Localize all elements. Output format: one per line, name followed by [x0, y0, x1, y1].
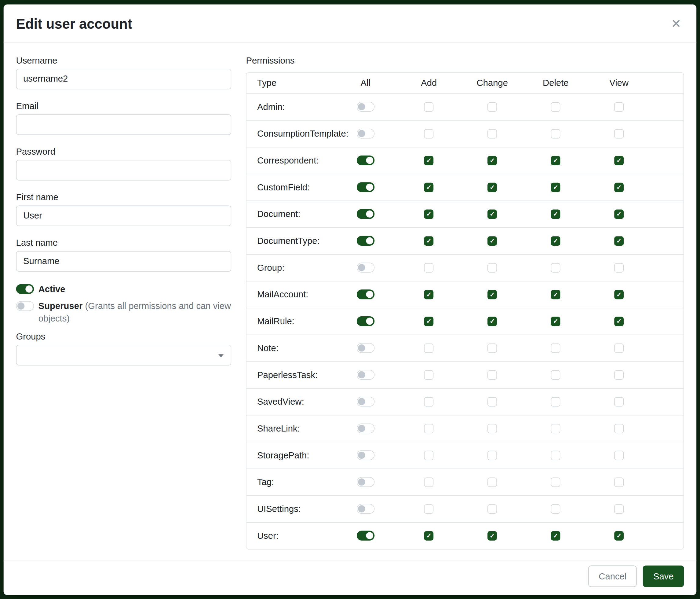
permission-delete-checkbox[interactable]: ✓: [551, 236, 560, 246]
permission-change-checkbox[interactable]: ✓: [488, 156, 497, 165]
permission-change-checkbox[interactable]: ✓: [488, 343, 497, 353]
permission-all-toggle[interactable]: [357, 397, 374, 406]
permission-delete-checkbox[interactable]: ✓: [551, 370, 560, 380]
permission-change-checkbox[interactable]: ✓: [488, 397, 497, 406]
permission-add-checkbox[interactable]: ✓: [424, 504, 434, 514]
permission-add-checkbox[interactable]: ✓: [424, 129, 434, 139]
permission-view-checkbox[interactable]: ✓: [614, 102, 624, 112]
permission-add-checkbox[interactable]: ✓: [424, 451, 434, 460]
permission-delete-checkbox[interactable]: ✓: [551, 156, 560, 165]
permission-all-toggle[interactable]: [357, 102, 374, 112]
permission-view-checkbox[interactable]: ✓: [614, 424, 624, 433]
permission-change-checkbox[interactable]: ✓: [488, 102, 497, 112]
permission-add-checkbox[interactable]: ✓: [424, 531, 434, 540]
permission-delete-checkbox[interactable]: ✓: [551, 451, 560, 460]
permission-all-toggle[interactable]: [357, 183, 374, 192]
permission-delete-checkbox[interactable]: ✓: [551, 504, 560, 514]
permission-change-checkbox[interactable]: ✓: [488, 477, 497, 487]
permission-type-label: Group:: [247, 263, 334, 273]
permission-delete-checkbox[interactable]: ✓: [551, 209, 560, 219]
active-toggle-row: Active: [16, 283, 231, 295]
username-input[interactable]: [16, 69, 231, 89]
permission-all-toggle[interactable]: [357, 129, 374, 139]
permission-change-checkbox[interactable]: ✓: [488, 263, 497, 272]
permission-delete-checkbox[interactable]: ✓: [551, 183, 560, 192]
superuser-toggle[interactable]: [16, 301, 34, 311]
permission-delete-checkbox[interactable]: ✓: [551, 477, 560, 487]
permission-change-checkbox[interactable]: ✓: [488, 317, 497, 326]
permission-delete-checkbox[interactable]: ✓: [551, 102, 560, 112]
permission-change-checkbox[interactable]: ✓: [488, 129, 497, 139]
permission-view-checkbox[interactable]: ✓: [614, 504, 624, 514]
permission-delete-checkbox[interactable]: ✓: [551, 424, 560, 433]
permission-add-checkbox[interactable]: ✓: [424, 370, 434, 380]
permission-add-checkbox[interactable]: ✓: [424, 263, 434, 272]
permissions-section: Permissions Type All Add Change Delete V…: [246, 55, 684, 548]
permission-view-checkbox[interactable]: ✓: [614, 531, 624, 540]
permission-delete-checkbox[interactable]: ✓: [551, 397, 560, 406]
permission-view-checkbox[interactable]: ✓: [614, 343, 624, 353]
permission-add-checkbox[interactable]: ✓: [424, 424, 434, 433]
email-input[interactable]: [16, 114, 231, 135]
permission-view-checkbox[interactable]: ✓: [614, 477, 624, 487]
permission-view-checkbox[interactable]: ✓: [614, 236, 624, 246]
groups-select[interactable]: [16, 345, 231, 365]
permission-add-checkbox[interactable]: ✓: [424, 397, 434, 406]
permission-add-checkbox[interactable]: ✓: [424, 317, 434, 326]
permission-delete-checkbox[interactable]: ✓: [551, 129, 560, 139]
permission-all-toggle[interactable]: [357, 155, 374, 165]
permission-view-checkbox[interactable]: ✓: [614, 317, 624, 326]
permission-all-toggle[interactable]: [357, 531, 374, 541]
permission-add-checkbox[interactable]: ✓: [424, 209, 434, 219]
permission-add-checkbox[interactable]: ✓: [424, 236, 434, 246]
permission-view-checkbox[interactable]: ✓: [614, 183, 624, 192]
save-button[interactable]: Save: [643, 566, 684, 587]
permission-change-checkbox[interactable]: ✓: [488, 370, 497, 380]
permission-delete-checkbox[interactable]: ✓: [551, 531, 560, 540]
active-toggle[interactable]: [16, 284, 34, 294]
permission-view-checkbox[interactable]: ✓: [614, 370, 624, 380]
first-name-input[interactable]: [16, 206, 231, 226]
password-input[interactable]: [16, 160, 231, 180]
permission-all-toggle[interactable]: [357, 451, 374, 460]
permission-change-checkbox[interactable]: ✓: [488, 424, 497, 433]
permission-add-checkbox[interactable]: ✓: [424, 183, 434, 192]
permission-all-toggle[interactable]: [357, 343, 374, 353]
permission-change-checkbox[interactable]: ✓: [488, 290, 497, 299]
permission-change-checkbox[interactable]: ✓: [488, 236, 497, 246]
permission-change-checkbox[interactable]: ✓: [488, 209, 497, 219]
permission-all-toggle[interactable]: [357, 504, 374, 514]
permission-all-toggle[interactable]: [357, 236, 374, 246]
permission-view-checkbox[interactable]: ✓: [614, 290, 624, 299]
permission-all-toggle[interactable]: [357, 370, 374, 380]
permission-delete-checkbox[interactable]: ✓: [551, 343, 560, 353]
permission-delete-checkbox[interactable]: ✓: [551, 317, 560, 326]
permission-add-checkbox[interactable]: ✓: [424, 343, 434, 353]
permission-all-toggle[interactable]: [357, 263, 374, 272]
permission-change-checkbox[interactable]: ✓: [488, 183, 497, 192]
cancel-button[interactable]: Cancel: [589, 566, 637, 587]
permission-all-toggle[interactable]: [357, 424, 374, 433]
permission-delete-checkbox[interactable]: ✓: [551, 263, 560, 272]
permission-add-checkbox[interactable]: ✓: [424, 156, 434, 165]
permission-add-checkbox[interactable]: ✓: [424, 102, 434, 112]
permission-all-toggle[interactable]: [357, 209, 374, 219]
permission-change-checkbox[interactable]: ✓: [488, 504, 497, 514]
permission-all-toggle[interactable]: [357, 316, 374, 326]
last-name-input[interactable]: [16, 251, 231, 271]
permission-change-checkbox[interactable]: ✓: [488, 531, 497, 540]
permission-delete-checkbox[interactable]: ✓: [551, 290, 560, 299]
permission-view-checkbox[interactable]: ✓: [614, 156, 624, 165]
permission-all-toggle[interactable]: [357, 477, 374, 487]
permission-view-checkbox[interactable]: ✓: [614, 451, 624, 460]
close-icon[interactable]: ✕: [669, 16, 684, 32]
permission-view-checkbox[interactable]: ✓: [614, 209, 624, 219]
permission-view-checkbox[interactable]: ✓: [614, 129, 624, 139]
permission-row: SavedView:✓✓✓✓: [247, 388, 683, 415]
permission-change-checkbox[interactable]: ✓: [488, 451, 497, 460]
permission-add-checkbox[interactable]: ✓: [424, 290, 434, 299]
permission-all-toggle[interactable]: [357, 289, 374, 299]
permission-add-checkbox[interactable]: ✓: [424, 477, 434, 487]
permission-view-checkbox[interactable]: ✓: [614, 397, 624, 406]
permission-view-checkbox[interactable]: ✓: [614, 263, 624, 272]
